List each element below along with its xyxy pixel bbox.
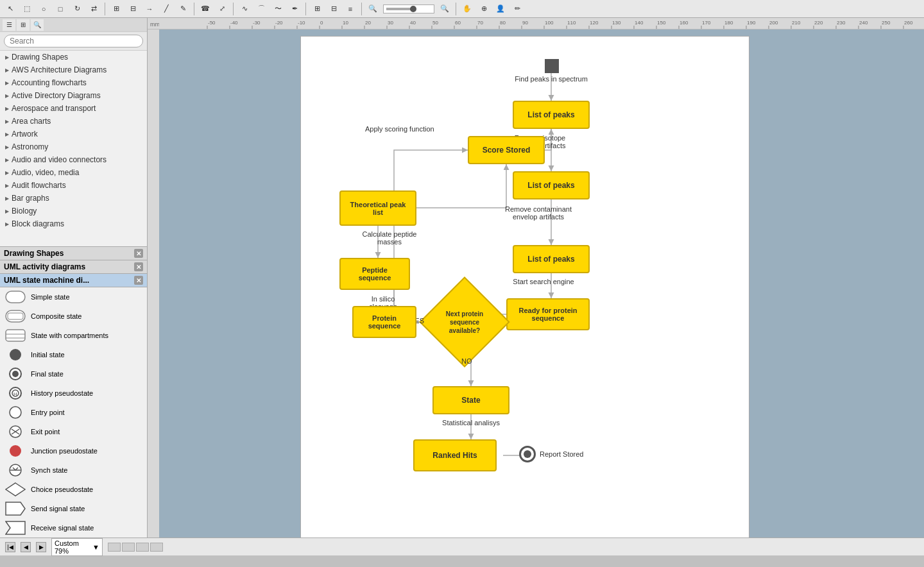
ready-protein-node[interactable]: Ready for proteinsequence bbox=[506, 298, 590, 330]
close-uml-activity[interactable]: ✕ bbox=[134, 262, 143, 271]
panel-label: UML activity diagrams bbox=[4, 262, 85, 271]
zoom-out-btn[interactable]: 🔍 bbox=[365, 1, 381, 17]
sidebar-menu-icon[interactable]: ☰ bbox=[3, 19, 15, 31]
category-audit[interactable]: ▶ Audit flowcharts bbox=[0, 179, 147, 192]
synch-state-icon bbox=[5, 463, 26, 477]
svg-rect-3 bbox=[6, 330, 25, 341]
theoretical-peak-node[interactable]: Theoretical peaklist bbox=[339, 190, 416, 226]
category-accounting[interactable]: ▶ Accounting flowcharts bbox=[0, 76, 147, 89]
protein-sequence-node[interactable]: Proteinsequence bbox=[352, 306, 416, 338]
list-of-peaks-1[interactable]: List of peaks bbox=[513, 101, 590, 129]
category-aerospace[interactable]: ▶ Aerospace and transport bbox=[0, 102, 147, 115]
choice-pseudostate-icon bbox=[5, 482, 26, 496]
person-tool[interactable]: 👤 bbox=[493, 1, 508, 17]
shape-receive-signal[interactable]: Receive signal state bbox=[0, 518, 147, 537]
close-uml-state[interactable]: ✕ bbox=[134, 276, 143, 285]
curve-tool[interactable]: ∿ bbox=[237, 1, 252, 17]
arc-tool[interactable]: ⌒ bbox=[253, 1, 269, 17]
shape-initial-state[interactable]: Initial state bbox=[0, 345, 147, 364]
sep3 bbox=[233, 3, 234, 15]
ellipse-tool[interactable]: ○ bbox=[36, 1, 51, 17]
list-of-peaks-3[interactable]: List of peaks bbox=[513, 245, 590, 273]
sidebar-search-icon[interactable]: 🔍 bbox=[31, 19, 44, 31]
category-label: Drawing Shapes bbox=[12, 53, 68, 62]
category-biology[interactable]: ▶ Biology bbox=[0, 205, 147, 217]
lasso-tool[interactable]: ⬚ bbox=[19, 1, 35, 17]
rect-tool[interactable]: □ bbox=[53, 1, 68, 17]
category-artwork[interactable]: ▶ Artwork bbox=[0, 128, 147, 140]
page-tab-4[interactable] bbox=[150, 543, 163, 552]
hand-tool[interactable]: ✋ bbox=[459, 1, 475, 17]
category-block-diagrams[interactable]: ▶ Block diagrams bbox=[0, 217, 147, 230]
rotate-tool[interactable]: ↻ bbox=[69, 1, 85, 17]
ranked-hits-node[interactable]: Ranked Hits bbox=[413, 439, 497, 471]
category-astronomy[interactable]: ▶ Astronomy bbox=[0, 140, 147, 153]
shape-history-pseudostate[interactable]: H History pseudostate bbox=[0, 384, 147, 403]
peptide-sequence-node[interactable]: Peptidesequence bbox=[339, 258, 410, 290]
canvas-area[interactable]: Find peaks in spectrum List of peaks Rem… bbox=[148, 30, 924, 537]
nav-prev[interactable]: ◀ bbox=[21, 542, 31, 552]
category-audio-video-media[interactable]: ▶ Audio, video, media bbox=[0, 166, 147, 179]
close-drawing-shapes[interactable]: ✕ bbox=[134, 249, 143, 258]
page-tab-2[interactable] bbox=[122, 543, 135, 552]
shape-exit-point[interactable]: Exit point bbox=[0, 422, 147, 441]
select-tool[interactable]: ↖ bbox=[3, 1, 18, 17]
panel-uml-activity[interactable]: UML activity diagrams ✕ bbox=[0, 260, 147, 274]
shape-simple-state[interactable]: Simple state bbox=[0, 287, 147, 307]
svg-point-16 bbox=[10, 445, 21, 457]
shape-send-signal[interactable]: Send signal state bbox=[0, 499, 147, 518]
group-tool[interactable]: ⊞ bbox=[309, 1, 325, 17]
svg-text:-40: -40 bbox=[230, 20, 238, 26]
shape-entry-point[interactable]: Entry point bbox=[0, 403, 147, 422]
search-input[interactable] bbox=[4, 35, 143, 47]
category-aws[interactable]: ▶ AWS Architecture Diagrams bbox=[0, 63, 147, 76]
category-area-charts[interactable]: ▶ Area charts bbox=[0, 115, 147, 128]
zoom-region-tool[interactable]: ⊕ bbox=[476, 1, 492, 17]
shape-composite-state[interactable]: Composite state bbox=[0, 307, 147, 326]
connect-tool[interactable]: ⊞ bbox=[108, 1, 124, 17]
page-tab-3[interactable] bbox=[136, 543, 149, 552]
shape-choice-pseudostate[interactable]: Choice pseudostate bbox=[0, 480, 147, 499]
next-protein-diamond[interactable] bbox=[419, 276, 509, 367]
bezier-tool[interactable]: 〜 bbox=[270, 1, 286, 17]
zoom-in-btn[interactable]: 🔍 bbox=[437, 1, 452, 17]
connector-tool[interactable]: ⤢ bbox=[214, 1, 230, 17]
shape-junction-pseudostate[interactable]: Junction pseudostate bbox=[0, 441, 147, 461]
eyedropper-tool[interactable]: ✏ bbox=[509, 1, 525, 17]
svg-rect-26 bbox=[159, 18, 924, 30]
arrow-tool[interactable]: → bbox=[142, 1, 157, 17]
line-tool[interactable]: ╱ bbox=[158, 1, 174, 17]
panel-uml-state[interactable]: UML state machine di... ✕ bbox=[0, 274, 147, 287]
pen-tool[interactable]: ✒ bbox=[287, 1, 302, 17]
nav-next[interactable]: ▶ bbox=[36, 542, 46, 552]
zoom-display[interactable]: Custom 79% ▼ bbox=[51, 538, 103, 556]
freehand-tool[interactable]: ✎ bbox=[175, 1, 191, 17]
state-node[interactable]: State bbox=[432, 386, 509, 414]
receive-signal-icon bbox=[5, 521, 26, 535]
score-stored-node[interactable]: Score Stored bbox=[468, 136, 545, 164]
align-tool[interactable]: ≡ bbox=[343, 1, 358, 17]
shape-synch-state[interactable]: Synch state bbox=[0, 461, 147, 480]
history-pseudostate-icon: H bbox=[5, 386, 26, 400]
flip-tool[interactable]: ⇄ bbox=[86, 1, 101, 17]
diagram-canvas[interactable]: Find peaks in spectrum List of peaks Rem… bbox=[159, 30, 924, 537]
zoom-slider[interactable] bbox=[383, 4, 434, 13]
zoom-dropdown-icon[interactable]: ▼ bbox=[92, 543, 99, 551]
page-tab-1[interactable] bbox=[108, 543, 121, 552]
panel-drawing-shapes[interactable]: Drawing Shapes ✕ bbox=[0, 247, 147, 260]
ungroup-tool[interactable]: ⊟ bbox=[326, 1, 341, 17]
arrow-icon: ▶ bbox=[5, 196, 9, 201]
shape-state-compartments[interactable]: State with compartments bbox=[0, 326, 147, 345]
svg-text:250: 250 bbox=[882, 20, 891, 26]
shape-final-state[interactable]: Final state bbox=[0, 364, 147, 384]
category-drawing-shapes[interactable]: ▶ Drawing Shapes bbox=[0, 51, 147, 63]
list-of-peaks-2[interactable]: List of peaks bbox=[513, 171, 590, 199]
start-node[interactable] bbox=[545, 59, 559, 73]
waypoint-tool[interactable]: ⊟ bbox=[125, 1, 141, 17]
category-audio-video-connectors[interactable]: ▶ Audio and video connectors bbox=[0, 153, 147, 166]
sidebar-grid-icon[interactable]: ⊞ bbox=[17, 19, 30, 31]
nav-first[interactable]: |◀ bbox=[5, 542, 15, 552]
category-bar-graphs[interactable]: ▶ Bar graphs bbox=[0, 192, 147, 205]
category-active-directory[interactable]: ▶ Active Directory Diagrams bbox=[0, 89, 147, 102]
phone-tool[interactable]: ☎ bbox=[198, 1, 213, 17]
